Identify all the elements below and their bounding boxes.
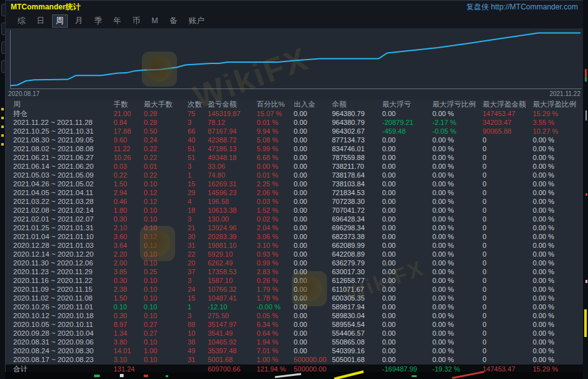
cell-lots: 1.50 bbox=[109, 294, 139, 302]
cell-times: 49 bbox=[183, 346, 203, 355]
cell-balance: 636279.79 bbox=[327, 259, 377, 267]
cell-times: 29 bbox=[183, 188, 203, 197]
cell-week: 2021.10.25 ~ 2021.10.31 bbox=[7, 127, 109, 136]
cell-max-float-loss: 0.00 bbox=[377, 320, 427, 329]
table-row[interactable]: 2020.12.14 ~ 2020.12.202.200.10225929.10… bbox=[6, 250, 583, 259]
cell-max-float-loss: -459.48 bbox=[377, 127, 427, 136]
cell-max-lots: 0.10 bbox=[139, 215, 183, 223]
cell-max-float-loss: 0.00 bbox=[377, 276, 427, 285]
cell-percent: 1.00 % bbox=[252, 355, 289, 364]
cell-lots: 2.94 bbox=[109, 188, 139, 197]
table-row[interactable]: 2021.04.26 ~ 2021.05.021.500.101516269.3… bbox=[6, 179, 583, 188]
table-row[interactable]: 持仓21.000.2875145319.8715.07 %0.00964380.… bbox=[6, 109, 583, 118]
title-bar[interactable]: MTCommander统计 复盘侠 http://MTCommander.com bbox=[6, 1, 583, 14]
table-row[interactable]: 2020.08.31 ~ 2020.09.063.800.103810465.9… bbox=[6, 338, 583, 346]
cell-pl-amount: 10613.38 bbox=[203, 206, 252, 215]
cell-percent: 2.04 % bbox=[252, 223, 289, 232]
cell-max-lots: 0.28 bbox=[139, 118, 183, 127]
cell-times: 3 bbox=[183, 162, 203, 171]
table-row[interactable]: 2020.11.23 ~ 2020.11.293.850.253717358.5… bbox=[6, 267, 583, 276]
cell-lots: 11.22 bbox=[109, 144, 139, 153]
table-row[interactable]: 2020.11.02 ~ 2020.11.081.500.101510487.4… bbox=[6, 294, 583, 302]
table-row[interactable]: 2021.02.01 ~ 2021.02.070.300.103130.000.… bbox=[6, 215, 583, 223]
cell-times: 31 bbox=[183, 241, 203, 250]
cell-percent: 0.05 % bbox=[252, 311, 289, 320]
cell-max-float-loss-pct: 0.00 % bbox=[427, 206, 478, 215]
cell-week: 持仓 bbox=[7, 109, 109, 118]
table-row[interactable]: 2020.09.28 ~ 2020.10.041.340.27103541.49… bbox=[6, 329, 583, 338]
cell-max-lots: 0.27 bbox=[139, 320, 183, 329]
table-row[interactable]: 2021.08.30 ~ 2021.09.059.600.244042388.7… bbox=[6, 136, 583, 144]
cell-balance: 696428.34 bbox=[327, 215, 377, 223]
cell-balance: 738103.84 bbox=[327, 179, 377, 188]
cell-lots: 21.00 bbox=[109, 109, 139, 118]
cell-pl-amount: 145319.87 bbox=[203, 109, 252, 118]
table-row[interactable]: 2021.02.08 ~ 2021.02.141.800.101810613.3… bbox=[6, 206, 583, 215]
menu-item-M[interactable]: M bbox=[146, 16, 164, 26]
table-row[interactable]: 2021.10.25 ~ 2021.10.3117.880.506687167.… bbox=[6, 127, 583, 136]
cell-max-lots: 0.10 bbox=[139, 259, 183, 267]
menu-item-备[interactable]: 备 bbox=[164, 15, 183, 27]
menu-item-周[interactable]: 周 bbox=[52, 14, 68, 28]
cell-max-float-loss: 0.00 bbox=[377, 232, 427, 241]
table-row[interactable]: 2021.06.21 ~ 2021.06.2710.260.225149348.… bbox=[6, 153, 583, 162]
menu-item-日[interactable]: 日 bbox=[31, 15, 51, 27]
cell-balance: 630017.30 bbox=[327, 267, 377, 276]
cell-max-float-profit: 90065.88 bbox=[478, 127, 528, 136]
table-row[interactable]: 2021.03.22 ~ 2021.03.280.460.124196.580.… bbox=[6, 197, 583, 206]
cell-week: 2020.08.31 ~ 2020.09.06 bbox=[7, 338, 109, 346]
cell-pl-amount: 5001.68 bbox=[203, 355, 252, 364]
cell-percent: 3.10 % bbox=[252, 241, 289, 250]
cell-percent: 1.94 % bbox=[252, 338, 289, 346]
table-row[interactable]: 2021.11.22 ~ 2021.11.280.840.28378.120.0… bbox=[6, 118, 583, 127]
cell-pl-amount: -12.10 bbox=[203, 302, 252, 311]
cell-max-float-loss: 0.00 bbox=[377, 294, 427, 302]
table-row[interactable]: 2020.11.09 ~ 2020.11.152.380.102410766.3… bbox=[6, 285, 583, 294]
cell-max-float-profit-pct: 0.00 % bbox=[528, 294, 583, 302]
cell-pl-amount: 33.06 bbox=[203, 162, 252, 171]
cell-percent: 2.83 % bbox=[252, 267, 289, 276]
table-row[interactable]: 2020.10.05 ~ 2020.10.118.970.278835147.9… bbox=[6, 320, 583, 329]
cell-max-float-loss-pct: 0.00 % bbox=[427, 162, 478, 171]
cell-lots: 3.80 bbox=[109, 338, 139, 346]
menu-item-月[interactable]: 月 bbox=[70, 15, 89, 27]
cell-pl-amount: 130.00 bbox=[203, 215, 252, 223]
table-row[interactable]: 2021.05.03 ~ 2021.05.090.220.22174.800.0… bbox=[6, 171, 583, 179]
table-row[interactable]: 2020.12.28 ~ 2021.01.033.640.123119881.1… bbox=[6, 241, 583, 250]
table-row[interactable]: 2020.08.17 ~ 2020.08.233.100.10315001.68… bbox=[6, 355, 583, 364]
total-row[interactable]: 合计131.24609700.66121.94 %500000.00-16948… bbox=[6, 364, 583, 373]
cell-balance: 964380.79 bbox=[327, 109, 377, 118]
table-row[interactable]: 2020.11.16 ~ 2020.11.220.300.1031587.100… bbox=[6, 276, 583, 285]
cell-balance: 877134.73 bbox=[327, 136, 377, 144]
cell-max-float-loss: 0.00 bbox=[377, 338, 427, 346]
table-row[interactable]: 2021.01.04 ~ 2021.01.103.600.123020283.3… bbox=[6, 232, 583, 241]
cell-max-lots: 0.10 bbox=[139, 294, 183, 302]
cell-max-float-loss: 0.00 bbox=[377, 355, 427, 364]
cell-max-float-loss: 0.00 bbox=[377, 241, 427, 250]
cell-max-float-profit-pct: 0.00 % bbox=[528, 136, 583, 144]
cell-max-float-loss-pct: 0.00 % bbox=[427, 267, 478, 276]
cell-deposit-withdraw: 0.00 bbox=[289, 179, 327, 188]
table-row[interactable]: 2020.10.12 ~ 2020.10.180.300.103275.500.… bbox=[6, 311, 583, 320]
cell-balance: 964380.79 bbox=[327, 118, 377, 127]
menu-item-季[interactable]: 季 bbox=[88, 15, 108, 27]
cell-percent: 0.02 % bbox=[252, 215, 289, 223]
table-row[interactable]: 2021.04.05 ~ 2021.04.112.940.122914596.2… bbox=[6, 188, 583, 197]
table-row[interactable]: 2021.06.14 ~ 2021.06.200.030.01333.060.0… bbox=[6, 162, 583, 171]
table-row[interactable]: 2020.10.26 ~ 2020.11.010.100.101-12.10-0… bbox=[6, 302, 583, 311]
cell-deposit-withdraw: 0.00 bbox=[289, 153, 327, 162]
cell-max-float-profit-pct: 15.29 % bbox=[528, 109, 583, 118]
table-row[interactable]: 2020.08.24 ~ 2020.08.3014.011.004935397.… bbox=[6, 346, 583, 355]
cell-lots: 9.60 bbox=[109, 136, 139, 144]
table-row[interactable]: 2021.01.25 ~ 2021.01.312.100.102113924.9… bbox=[6, 223, 583, 232]
cell-deposit-withdraw: 0.00 bbox=[289, 241, 327, 250]
menu-item-年[interactable]: 年 bbox=[108, 15, 127, 27]
cell-deposit-withdraw: 0.00 bbox=[289, 267, 327, 276]
cell-pl-amount: 10465.92 bbox=[203, 338, 252, 346]
menu-item-综[interactable]: 综 bbox=[12, 15, 31, 27]
column-header-week: 周 bbox=[7, 100, 109, 109]
menu-item-币[interactable]: 币 bbox=[127, 15, 146, 27]
menu-item-账户[interactable]: 账户 bbox=[183, 15, 210, 27]
table-row[interactable]: 2021.08.02 ~ 2021.08.0811.220.225147186.… bbox=[6, 144, 583, 153]
table-row[interactable]: 2020.11.30 ~ 2020.12.062.000.10206262.49… bbox=[6, 259, 583, 267]
